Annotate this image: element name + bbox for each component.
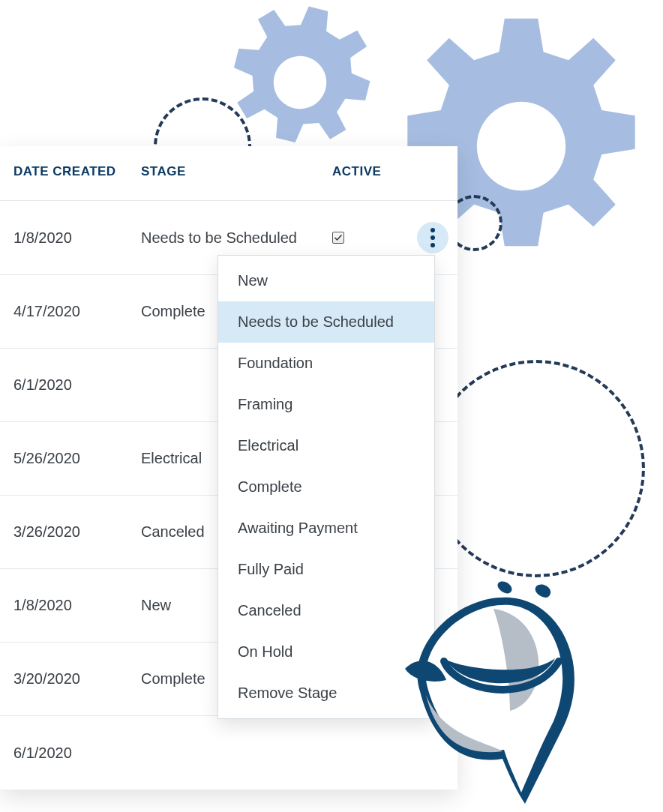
dropdown-item-framing[interactable]: Framing	[218, 384, 434, 425]
dropdown-item-remove-stage[interactable]: Remove Stage	[218, 673, 434, 714]
shark-mascot-icon	[405, 579, 600, 811]
cell-date: 6/1/2020	[14, 376, 141, 394]
dropdown-item-new[interactable]: New	[218, 260, 434, 301]
dropdown-item-on-hold[interactable]: On Hold	[218, 631, 434, 673]
cell-date: 1/8/2020	[14, 229, 141, 247]
cell-date: 1/8/2020	[14, 597, 141, 614]
stage-dropdown-menu: New Needs to be Scheduled Foundation Fra…	[218, 255, 435, 719]
dropdown-item-foundation[interactable]: Foundation	[218, 343, 434, 384]
active-checkbox[interactable]	[332, 232, 344, 244]
dropdown-item-awaiting-payment[interactable]: Awaiting Payment	[218, 508, 434, 549]
kebab-icon	[430, 228, 435, 247]
dropdown-item-fully-paid[interactable]: Fully Paid	[218, 549, 434, 590]
dropdown-item-complete[interactable]: Complete	[218, 466, 434, 508]
column-header-active[interactable]: ACTIVE	[332, 164, 415, 179]
cell-date: 4/17/2020	[14, 303, 141, 320]
cell-date: 5/26/2020	[14, 450, 141, 467]
table-header-row: DATE CREATED STAGE ACTIVE	[0, 146, 458, 201]
dropdown-item-needs-scheduled[interactable]: Needs to be Scheduled	[218, 301, 434, 343]
row-actions-button[interactable]	[417, 222, 448, 253]
dropdown-item-electrical[interactable]: Electrical	[218, 425, 434, 466]
column-header-stage[interactable]: STAGE	[141, 164, 332, 179]
dropdown-item-canceled[interactable]: Canceled	[218, 590, 434, 631]
decorative-dashed-circle	[428, 360, 645, 577]
cell-date: 3/26/2020	[14, 523, 141, 541]
table-row: 6/1/2020	[0, 716, 458, 790]
column-header-date-created[interactable]: DATE CREATED	[14, 164, 141, 179]
cell-stage: Needs to be Scheduled	[141, 229, 332, 247]
cell-date: 3/20/2020	[14, 670, 141, 688]
cell-date: 6/1/2020	[14, 745, 141, 762]
